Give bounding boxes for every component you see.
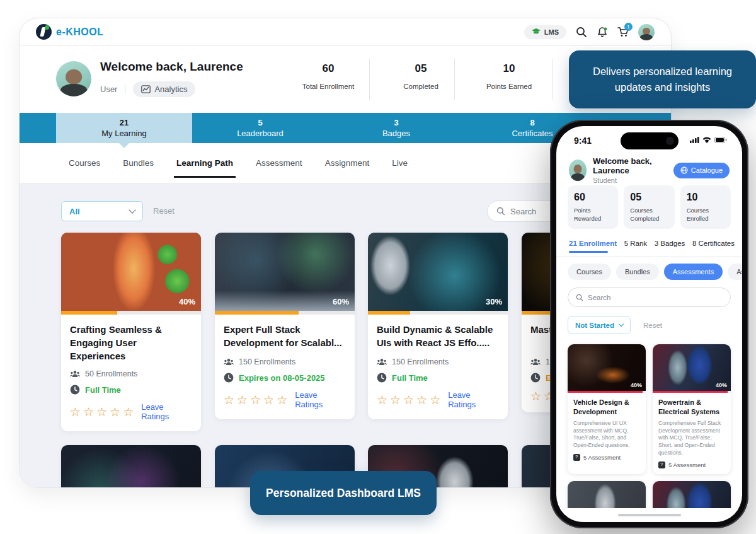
chip-bundles[interactable]: Bundles	[616, 264, 659, 280]
search-icon	[496, 207, 505, 216]
search-icon[interactable]	[576, 26, 587, 38]
phone-welcome-title: Welcome back, Laurence	[593, 156, 673, 175]
cart-badge: 1	[624, 23, 633, 31]
lms-badge[interactable]: LMS	[524, 25, 566, 39]
progress-percentage: 30%	[486, 297, 502, 306]
leave-ratings-link[interactable]: Leave Ratings	[448, 390, 499, 409]
stat-label: Courses Completed	[630, 207, 668, 223]
tab-label: Certificates	[512, 129, 553, 138]
analytics-label: Analytics	[154, 84, 187, 94]
stat-label: Total Enrollment	[287, 83, 369, 90]
stat-label: Points Earned	[468, 83, 550, 90]
assessment-thumbnail: 40%	[568, 344, 646, 391]
enrollments-icon	[224, 358, 234, 366]
catalogue-button[interactable]: Catalogue	[673, 163, 730, 178]
chip-assignments[interactable]: Assig	[728, 264, 742, 280]
enrollments-count: 50 Enrollments	[85, 369, 137, 378]
stat-completed: 05 Completed	[380, 62, 462, 90]
tab-count: 5	[258, 118, 262, 127]
tab-label: My Learning	[101, 129, 147, 138]
cart-icon[interactable]: 1	[617, 26, 629, 38]
phone-tab-enrollment[interactable]: 21 Enrollment	[569, 240, 617, 253]
course-card[interactable]: 30% Build Dynamic & Scalable UIs with Re…	[368, 233, 508, 419]
assessment-count: 5 Assessment	[668, 461, 706, 468]
phone-reset-button[interactable]: Reset	[643, 322, 662, 329]
leave-ratings-link[interactable]: Leave Ratings	[141, 402, 192, 421]
stat-label: Completed	[380, 83, 462, 90]
stat-value: 10	[687, 192, 724, 203]
tab-label: Leaderboard	[237, 129, 284, 138]
stat-value: 05	[630, 192, 668, 203]
welcome-title: Welcome back, Laurence	[100, 60, 243, 74]
leave-ratings-link[interactable]: Leave Ratings	[295, 390, 346, 409]
assessment-description: Comprehensive UI UX assessment with MCQ,…	[573, 420, 640, 450]
feature-callout: Delivers personalized learning updates a…	[569, 50, 756, 108]
filter-dropdown-value: All	[69, 207, 80, 216]
search-placeholder: Search	[588, 294, 610, 301]
assessment-thumbnail: 40%	[653, 344, 731, 391]
search-placeholder: Search	[510, 207, 536, 216]
phone-tab-bar: 21 Enrollment 5 Rank 3 Badges 8 Certific…	[569, 240, 735, 253]
stat-label: Points Rewarded	[574, 207, 612, 223]
analytics-button[interactable]: Analytics	[133, 81, 195, 97]
subtab-courses[interactable]: Courses	[69, 152, 100, 174]
enrollments-count: 150 Enrollments	[239, 357, 295, 366]
phone-filter-chips: Courses Bundles Assessments Assig	[568, 264, 742, 280]
filter-dropdown[interactable]: All	[61, 201, 143, 221]
subtab-live[interactable]: Live	[392, 152, 408, 174]
analytics-chart-icon	[141, 85, 151, 93]
phone-tab-certificates[interactable]: 8 Certificates	[692, 240, 735, 253]
assessment-count: 5 Assessment	[583, 454, 621, 461]
course-thumbnail: 40%	[61, 233, 201, 311]
course-title: Expert Full Stack Development for Scalab…	[224, 323, 346, 351]
stat-value: 60	[287, 62, 369, 75]
brand-name: e-KHOOL	[56, 26, 104, 38]
phone-tab-badges[interactable]: 3 Badges	[655, 240, 685, 253]
chevron-down-icon	[129, 206, 135, 213]
phone-stat-enrolled: 10 Courses Enrolled	[680, 185, 731, 229]
notifications-bell-icon[interactable]	[597, 26, 608, 38]
tab-my-learning[interactable]: 21 My Learning	[56, 113, 192, 143]
reset-button[interactable]: Reset	[153, 206, 175, 216]
assessment-icon	[573, 454, 580, 461]
course-card[interactable]	[61, 445, 201, 488]
divider	[556, 256, 742, 257]
user-role-label: User	[100, 84, 117, 94]
status-bar: 9:41	[556, 134, 742, 149]
user-avatar[interactable]	[638, 24, 655, 40]
assessment-description: Comprehensive Full Stack Development ass…	[658, 420, 725, 457]
profile-avatar[interactable]	[56, 61, 91, 96]
tab-leaderboard[interactable]: 5 Leaderboard	[192, 113, 328, 143]
phone-tab-rank[interactable]: 5 Rank	[624, 240, 647, 253]
course-title: Build Dynamic & Scalable UIs with React …	[377, 323, 499, 351]
subtab-bundles[interactable]: Bundles	[123, 152, 154, 174]
tab-badges[interactable]: 3 Badges	[328, 113, 464, 143]
schedule-text: Full Time	[392, 373, 428, 383]
phone-welcome-header: Welcome back, Laurence Student Catalogue	[569, 156, 730, 184]
progress-percentage: 40%	[716, 382, 727, 388]
chip-courses[interactable]: Courses	[568, 264, 611, 280]
home-indicator[interactable]	[618, 514, 681, 516]
course-card[interactable]: 40% Crafting Seamless & Engaging User Ex…	[61, 233, 201, 431]
cellular-signal-icon	[690, 137, 699, 143]
dashboard-caption-text: Personalized Dashboard LMS	[266, 487, 421, 500]
assessment-card[interactable]: 40% Powertrain & Electrical Systems Comp…	[653, 344, 731, 474]
rating-stars[interactable]: ☆☆☆☆☆	[70, 406, 136, 418]
subtab-learning-path[interactable]: Learning Path	[176, 152, 233, 174]
feature-callout-text: Delivers personalized learning updates a…	[583, 64, 742, 95]
chip-assessments[interactable]: Assessments	[664, 264, 723, 280]
rating-stars[interactable]: ☆☆☆☆☆	[224, 394, 290, 406]
stat-total-enrollment: 60 Total Enrollment	[287, 62, 369, 90]
course-card[interactable]: 60% Expert Full Stack Development for Sc…	[215, 233, 355, 419]
rating-stars[interactable]: ☆☆☆☆☆	[377, 394, 443, 406]
enrollments-icon	[70, 370, 80, 378]
subtab-assessment[interactable]: Assessment	[256, 152, 302, 174]
assessment-card[interactable]: 40% Vehicle Design & Development Compreh…	[568, 344, 646, 474]
catalogue-label: Catalogue	[691, 166, 723, 174]
phone-avatar[interactable]	[569, 160, 587, 181]
status-filter-dropdown[interactable]: Not Started	[568, 316, 631, 334]
brand-logo[interactable]: e-KHOOL	[36, 24, 104, 40]
subtab-assignment[interactable]: Assignment	[325, 152, 370, 174]
phone-search-input[interactable]: Search	[568, 287, 731, 307]
wifi-icon	[702, 137, 711, 143]
